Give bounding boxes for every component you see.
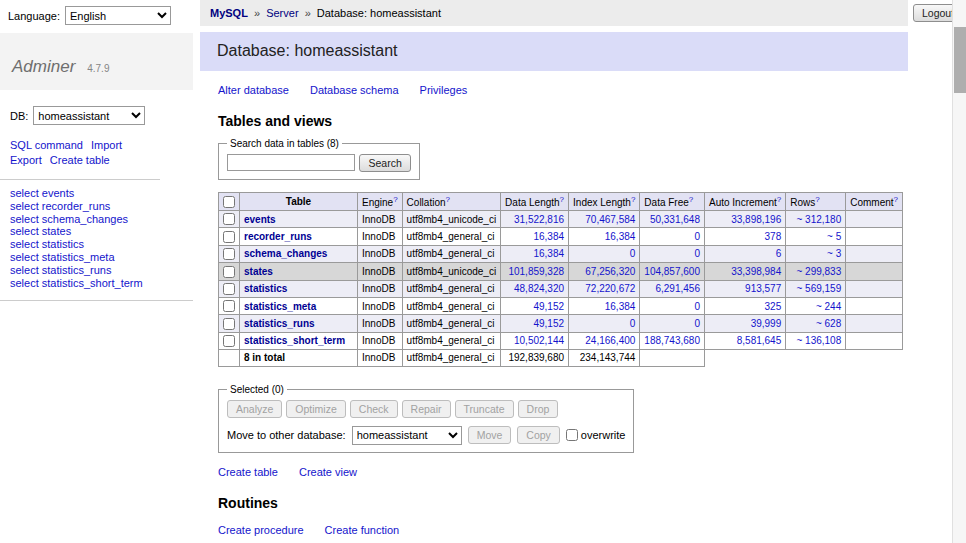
- index-length-link[interactable]: 67,256,320: [585, 266, 635, 277]
- auto-increment-link[interactable]: 913,577: [745, 283, 781, 294]
- table-name-link[interactable]: events: [244, 214, 276, 225]
- rows-count-link[interactable]: ~ 569,159: [796, 283, 841, 294]
- data-free-link[interactable]: 0: [694, 248, 700, 259]
- data-length-link[interactable]: 101,859,328: [508, 266, 564, 277]
- language-select[interactable]: English: [65, 6, 171, 25]
- sidebar-select-link[interactable]: select statistics_runs: [10, 264, 183, 277]
- sidebar-action-link[interactable]: Create table: [50, 153, 110, 168]
- row-checkbox[interactable]: [223, 213, 235, 225]
- row-checkbox[interactable]: [223, 231, 235, 243]
- column-help-link[interactable]: ?: [815, 195, 819, 204]
- sidebar-action-link[interactable]: Import: [91, 138, 122, 153]
- data-length-link[interactable]: 49,152: [533, 318, 564, 329]
- data-length-link[interactable]: 16,384: [533, 248, 564, 259]
- move-db-select[interactable]: homeassistant: [352, 426, 462, 445]
- sidebar-action-link[interactable]: Export: [10, 153, 42, 168]
- sidebar-select-link[interactable]: select schema_changes: [10, 213, 183, 226]
- data-free-link[interactable]: 0: [694, 318, 700, 329]
- auto-increment-link[interactable]: 39,999: [751, 318, 782, 329]
- db-nav-link[interactable]: Database schema: [310, 84, 399, 96]
- row-checkbox[interactable]: [223, 283, 235, 295]
- index-length-link[interactable]: 16,384: [605, 231, 636, 242]
- routine-create-link[interactable]: Create procedure: [218, 524, 304, 536]
- breadcrumb-server-link[interactable]: Server: [266, 7, 298, 19]
- row-checkbox[interactable]: [223, 300, 235, 312]
- sidebar-select-link[interactable]: select statistics_short_term: [10, 277, 183, 290]
- rows-count-link[interactable]: ~ 3: [827, 248, 841, 259]
- sidebar-select-link[interactable]: select statistics_meta: [10, 251, 183, 264]
- overwrite-option[interactable]: overwrite: [566, 429, 626, 441]
- index-length-link[interactable]: 70,467,584: [585, 214, 635, 225]
- search-button[interactable]: Search: [359, 154, 410, 172]
- index-length-link[interactable]: 16,384: [605, 301, 636, 312]
- selected-action-button[interactable]: Analyze: [227, 400, 282, 418]
- table-name-link[interactable]: statistics_runs: [244, 318, 315, 329]
- column-help-link[interactable]: ?: [894, 195, 898, 204]
- rows-count-link[interactable]: ~ 299,833: [796, 266, 841, 277]
- scrollbar[interactable]: [952, 0, 966, 543]
- sidebar-action-link[interactable]: SQL command: [10, 138, 83, 153]
- row-checkbox[interactable]: [223, 248, 235, 260]
- rows-count-link[interactable]: ~ 312,180: [796, 214, 841, 225]
- selected-action-button[interactable]: Repair: [402, 400, 451, 418]
- table-name-link[interactable]: statistics: [244, 283, 287, 294]
- data-length-link[interactable]: 16,384: [533, 231, 564, 242]
- create-link[interactable]: Create table: [218, 466, 278, 478]
- table-name-link[interactable]: statistics_meta: [244, 301, 316, 312]
- index-length-link[interactable]: 72,220,672: [585, 283, 635, 294]
- sidebar-select-link[interactable]: select statistics: [10, 238, 183, 251]
- copy-button[interactable]: Copy: [517, 426, 560, 444]
- auto-increment-link[interactable]: 33,398,984: [731, 266, 781, 277]
- auto-increment-link[interactable]: 325: [765, 301, 782, 312]
- select-all-checkbox[interactable]: [223, 196, 235, 208]
- data-free-link[interactable]: 0: [694, 301, 700, 312]
- column-help-link[interactable]: ?: [777, 195, 781, 204]
- data-length-link[interactable]: 48,824,320: [514, 283, 564, 294]
- routine-create-link[interactable]: Create function: [325, 524, 400, 536]
- sidebar-select-link[interactable]: select states: [10, 225, 183, 238]
- auto-increment-link[interactable]: 6: [776, 248, 782, 259]
- data-free-link[interactable]: 0: [694, 231, 700, 242]
- column-help-link[interactable]: ?: [560, 195, 564, 204]
- move-button[interactable]: Move: [468, 426, 512, 444]
- column-help-link[interactable]: ?: [689, 195, 693, 204]
- data-free-link[interactable]: 104,857,600: [644, 266, 700, 277]
- row-checkbox[interactable]: [223, 266, 235, 278]
- table-name-link[interactable]: statistics_short_term: [244, 335, 345, 346]
- data-free-link[interactable]: 188,743,680: [644, 335, 700, 346]
- db-nav-link[interactable]: Alter database: [218, 84, 289, 96]
- db-select[interactable]: homeassistant: [33, 106, 145, 125]
- create-link[interactable]: Create view: [299, 466, 357, 478]
- rows-count-link[interactable]: ~ 136,108: [796, 335, 841, 346]
- index-length-link[interactable]: 0: [630, 248, 636, 259]
- table-name-link[interactable]: schema_changes: [244, 248, 327, 259]
- data-length-link[interactable]: 10,502,144: [514, 335, 564, 346]
- sidebar-select-link[interactable]: select events: [10, 187, 183, 200]
- row-checkbox[interactable]: [223, 318, 235, 330]
- scrollbar-thumb[interactable]: [954, 27, 966, 93]
- selected-action-button[interactable]: Truncate: [455, 400, 514, 418]
- sidebar-select-link[interactable]: select recorder_runs: [10, 200, 183, 213]
- index-length-link[interactable]: 0: [630, 318, 636, 329]
- auto-increment-link[interactable]: 33,898,196: [731, 214, 781, 225]
- row-checkbox[interactable]: [223, 335, 235, 347]
- search-input[interactable]: [227, 154, 355, 171]
- index-length-link[interactable]: 24,166,400: [585, 335, 635, 346]
- overwrite-checkbox[interactable]: [566, 429, 578, 441]
- selected-action-button[interactable]: Drop: [518, 400, 559, 418]
- column-help-link[interactable]: ?: [446, 195, 450, 204]
- column-help-link[interactable]: ?: [393, 195, 397, 204]
- table-name-link[interactable]: states: [244, 266, 273, 277]
- breadcrumb-mysql-link[interactable]: MySQL: [210, 7, 248, 19]
- selected-action-button[interactable]: Check: [350, 400, 398, 418]
- data-free-link[interactable]: 50,331,648: [650, 214, 700, 225]
- auto-increment-link[interactable]: 378: [765, 231, 782, 242]
- db-nav-link[interactable]: Privileges: [420, 84, 468, 96]
- rows-count-link[interactable]: ~ 628: [816, 318, 841, 329]
- data-length-link[interactable]: 49,152: [533, 301, 564, 312]
- table-name-link[interactable]: recorder_runs: [244, 231, 312, 242]
- auto-increment-link[interactable]: 8,581,645: [737, 335, 782, 346]
- column-help-link[interactable]: ?: [631, 195, 635, 204]
- selected-action-button[interactable]: Optimize: [286, 400, 345, 418]
- rows-count-link[interactable]: ~ 244: [816, 301, 841, 312]
